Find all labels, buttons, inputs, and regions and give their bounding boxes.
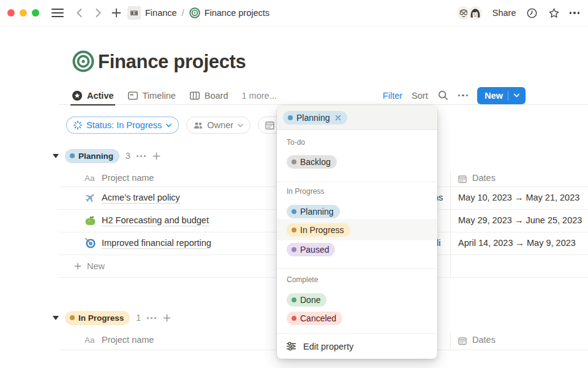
breadcrumb-page-label[interactable]: Finance projects (205, 8, 270, 18)
project-name-column-header[interactable]: Project name (102, 173, 154, 183)
clock-icon (526, 7, 538, 20)
section-label-complete: Complete (287, 275, 318, 284)
share-button[interactable]: Share (492, 8, 516, 18)
window-controls (7, 9, 39, 17)
section-label-todo: To-do (287, 138, 305, 147)
option-done[interactable]: Done (287, 293, 326, 307)
option-canceled[interactable]: Canceled (287, 312, 342, 325)
tag-dot (292, 159, 296, 164)
add-row-icon[interactable] (162, 313, 172, 323)
project-title[interactable]: H2 Forecasting and budget (102, 209, 209, 232)
chevron-down-icon (165, 122, 172, 129)
option-label: Paused (300, 245, 329, 255)
calendar-icon (265, 120, 275, 131)
option-in-progress[interactable]: In Progress (287, 223, 350, 237)
status-filter-label: Status: In Progress (86, 120, 162, 130)
dates-cell[interactable]: April 14, 2023 → May 9, 2023 (458, 232, 576, 255)
view-options-button[interactable] (458, 94, 469, 97)
collapse-group-toggle[interactable] (53, 154, 59, 158)
group-tag-label: Planning (78, 151, 113, 161)
chevron-left-icon (74, 7, 86, 19)
new-page-button[interactable] (110, 7, 123, 19)
option-backlog[interactable]: Backlog (287, 155, 337, 169)
view-tabs-bar: Active Timeline Board 1 more... Filter S… (59, 86, 588, 105)
option-label: Backlog (300, 157, 331, 167)
tab-label: Timeline (143, 91, 176, 101)
tag-dot (70, 153, 75, 158)
selected-tag-label: Planning (296, 113, 330, 123)
remove-tag-button[interactable] (335, 115, 341, 121)
sliders-icon (286, 341, 296, 351)
tab-active[interactable]: Active (72, 86, 114, 105)
filter-chip-bar: Status: In Progress Owner (66, 117, 297, 134)
more-views-button[interactable]: 1 more... (242, 91, 277, 101)
dates-column-header[interactable]: Dates (472, 173, 496, 183)
tag-dot (292, 247, 296, 252)
group-count: 3 (126, 151, 130, 161)
avatar (467, 5, 483, 21)
tab-label: Board (205, 91, 228, 101)
zoom-window-button[interactable] (32, 9, 39, 17)
new-button-label: New (484, 91, 503, 101)
project-name-column-header[interactable]: Project name (102, 335, 154, 345)
tag-dot (70, 315, 75, 320)
filter-value-input[interactable]: Planning (277, 105, 437, 130)
collapse-group-toggle[interactable] (53, 316, 59, 320)
collaborator-avatars[interactable] (456, 5, 483, 21)
close-window-button[interactable] (7, 9, 15, 17)
group-tag-label: In Progress (78, 313, 124, 323)
status-filter-chip[interactable]: Status: In Progress (66, 117, 179, 134)
forward-button[interactable] (92, 7, 104, 19)
search-button[interactable] (437, 90, 449, 101)
back-button[interactable] (74, 7, 86, 19)
dart-emoji (85, 237, 96, 249)
breadcrumb-finance-item[interactable] (127, 6, 141, 20)
name-column-type-icon: Aa (85, 174, 95, 183)
page-title: Finance projects (98, 50, 246, 74)
tab-board[interactable]: Board (189, 86, 228, 105)
group-options-button[interactable] (147, 317, 156, 319)
favorite-button[interactable] (548, 7, 560, 20)
chevron-down-icon (237, 122, 244, 129)
tag-dot (292, 228, 296, 232)
avatar-face-icon (469, 6, 482, 20)
airplane-emoji (85, 192, 96, 204)
dates-column-header[interactable]: Dates (472, 335, 496, 345)
tab-timeline[interactable]: Timeline (127, 86, 176, 105)
edit-property-button[interactable]: Edit property (277, 334, 437, 359)
option-planning[interactable]: Planning (287, 205, 340, 218)
group-tag-planning[interactable]: Planning (65, 149, 119, 163)
tag-dot (288, 115, 293, 120)
new-button-divider (508, 91, 508, 101)
plus-icon (74, 262, 82, 270)
dates-cell[interactable]: May 29, 2023 → June 25, 2023 (458, 209, 582, 232)
new-button[interactable]: New (477, 87, 526, 104)
close-icon (335, 115, 341, 121)
owner-filter-chip[interactable]: Owner (186, 117, 251, 134)
timeline-icon (127, 90, 138, 101)
option-label: In Progress (300, 225, 344, 235)
more-options-button[interactable] (570, 12, 580, 14)
filter-button[interactable]: Filter (383, 91, 402, 101)
tab-label: Active (87, 91, 114, 101)
selected-tag-planning[interactable]: Planning (283, 111, 347, 125)
minimize-window-button[interactable] (20, 9, 27, 17)
group-header-in-progress: In Progress 1 (53, 310, 172, 325)
chevron-down-icon[interactable] (513, 92, 520, 99)
sidebar-toggle-icon[interactable] (51, 9, 64, 17)
edit-property-label: Edit property (303, 342, 353, 351)
dates-cell[interactable]: May 10, 2023 → May 21, 2023 (458, 186, 579, 209)
add-row-icon[interactable] (152, 151, 161, 161)
project-title[interactable]: Acme’s travel policy (102, 186, 180, 209)
option-paused[interactable]: Paused (287, 243, 335, 256)
sort-button[interactable]: Sort (412, 91, 428, 101)
updates-button[interactable] (526, 7, 538, 20)
calendar-icon (458, 336, 467, 346)
board-icon (189, 90, 200, 101)
option-label: Planning (300, 207, 334, 217)
breadcrumb-separator: / (182, 8, 184, 18)
breadcrumb-workspace-label[interactable]: Finance (145, 8, 177, 18)
group-tag-in-progress[interactable]: In Progress (65, 311, 130, 325)
group-options-button[interactable] (137, 155, 146, 157)
project-title[interactable]: Improved financial reporting (102, 232, 211, 255)
